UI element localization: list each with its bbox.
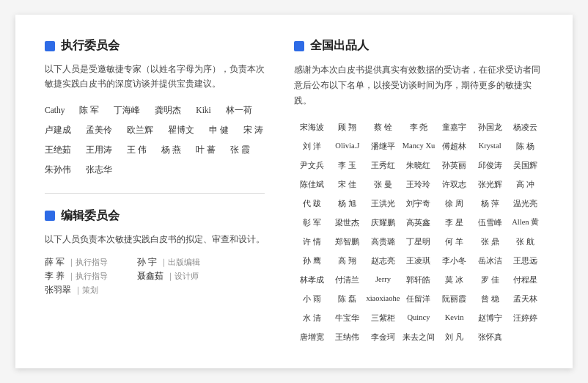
producer-name: 王洪光 bbox=[365, 195, 401, 211]
producer-name: 孟天林 bbox=[507, 291, 543, 307]
person: 欧兰辉 bbox=[127, 122, 153, 139]
producer-name: 许 情 bbox=[294, 233, 330, 249]
producers-grid: 宋海波顾 翔蔡 铨李 尧童嘉宇孙国龙杨凌云刘 洋Olivia.J潘继平Mancy… bbox=[294, 119, 543, 345]
producer-name: 张 航 bbox=[507, 233, 543, 249]
producer-name: 庆耀鹏 bbox=[365, 214, 401, 230]
person: 宋 涛 bbox=[243, 122, 263, 139]
producers-title: 全国出品人 bbox=[294, 38, 543, 54]
exec-members: Cathy 陈 军 丁海峰 龚明杰 Kiki 林一荷 卢建成 孟美伶 欧兰辉 瞿… bbox=[45, 102, 265, 178]
producer-name: 宋 佳 bbox=[330, 176, 366, 192]
edit-title-text: 编辑委员会 bbox=[61, 208, 120, 224]
producer-name: 张 鼎 bbox=[472, 233, 508, 249]
producer-name: 朱晓红 bbox=[401, 157, 437, 173]
edit-row-3: 张羽翠 ｜策划 bbox=[45, 285, 265, 296]
person-role: ｜执行指导 bbox=[67, 271, 108, 282]
producer-name: 刘 凡 bbox=[436, 329, 472, 345]
exec-row-4: 朱孙伟 张志华 bbox=[45, 161, 265, 178]
producer-name: 傅超林 bbox=[436, 138, 472, 154]
producer-name: xiaoxiaohe bbox=[365, 291, 401, 307]
producer-name: 杨 旭 bbox=[330, 195, 366, 211]
producer-name: 高英鑫 bbox=[401, 214, 437, 230]
person: 申 健 bbox=[209, 122, 229, 139]
person: 龚明杰 bbox=[155, 102, 181, 119]
producer-name: 赵博宁 bbox=[472, 310, 508, 326]
exec-title-text: 执行委员会 bbox=[61, 38, 120, 54]
exec-row-3: 王绝茹 王用涛 王 伟 杨 燕 叶 蕃 张 霞 bbox=[45, 142, 265, 158]
producer-name: 孙英丽 bbox=[436, 157, 472, 173]
producer-name: 郑智鹏 bbox=[330, 233, 366, 249]
producer-name: 吴国辉 bbox=[507, 157, 543, 173]
producer-name: 高 翔 bbox=[330, 252, 366, 269]
producer-name: 伍雪峰 bbox=[472, 214, 508, 230]
person: 瞿博文 bbox=[168, 122, 194, 139]
producer-name: 张 曼 bbox=[365, 176, 401, 192]
person-role: ｜执行指导 bbox=[67, 258, 108, 268]
person-role: ｜策划 bbox=[74, 285, 98, 296]
right-column: 全国出品人 感谢为本次白皮书提供真实有效数据的受访者，在征求受访者同意后公布以下… bbox=[294, 38, 543, 344]
person: Kiki bbox=[196, 102, 210, 119]
producer-name: 邱俊涛 bbox=[472, 157, 508, 173]
producer-name: 潘继平 bbox=[365, 138, 401, 154]
exec-desc: 以下人员是受邀敏捷专家（以姓名字母为序），负责本次敏捷实践白皮书的深度访谈并提供… bbox=[45, 62, 265, 91]
title-bar-icon-3 bbox=[294, 41, 304, 51]
producer-name: 高贵璐 bbox=[365, 233, 401, 249]
producer-name: Quincy bbox=[401, 310, 437, 326]
edit-person: 薛 军 ｜执行指导 bbox=[45, 257, 108, 268]
producer-name: 尹文兵 bbox=[294, 157, 330, 173]
producer-name: 徐 周 bbox=[436, 195, 472, 211]
producer-name: Olivia.J bbox=[330, 138, 366, 154]
person: 王绝茹 bbox=[45, 142, 71, 158]
producer-name: 水 清 bbox=[294, 310, 330, 326]
person: 丁海峰 bbox=[114, 102, 140, 119]
producer-name: Krystal bbox=[472, 138, 508, 154]
producer-name: 丁星明 bbox=[401, 233, 437, 249]
producer-name: 李金珂 bbox=[365, 329, 401, 345]
section-divider bbox=[45, 193, 265, 194]
producer-name: Mancy Xu bbox=[401, 138, 437, 154]
edit-committee-title: 编辑委员会 bbox=[45, 208, 265, 224]
producer-name: 宋海波 bbox=[294, 119, 330, 135]
edit-person: 聂鑫茹 ｜设计师 bbox=[137, 271, 199, 282]
person: 叶 蕃 bbox=[196, 142, 216, 158]
producer-name: 王玲玲 bbox=[401, 176, 437, 192]
person: 孟美伶 bbox=[86, 122, 112, 139]
producer-name: Jerry bbox=[365, 271, 401, 288]
producer-name: 何 羊 bbox=[436, 233, 472, 249]
producer-name bbox=[507, 329, 543, 345]
producer-name: 汪婷婷 bbox=[507, 310, 543, 326]
producer-name: 付程星 bbox=[507, 271, 543, 288]
producer-name: 赵志亮 bbox=[365, 252, 401, 269]
edit-desc: 以下人员负责本次敏捷实践白皮书的拟定、审查和设计。 bbox=[45, 233, 265, 247]
producer-name: 李 尧 bbox=[401, 119, 437, 135]
producer-name: 刘 洋 bbox=[294, 138, 330, 154]
producer-name: 孙国龙 bbox=[472, 119, 508, 135]
producer-name: 罗 佳 bbox=[472, 271, 508, 288]
person-name: 李 养 bbox=[45, 271, 65, 282]
edit-person: 李 养 ｜执行指导 bbox=[45, 271, 108, 282]
main-layout: 执行委员会 以下人员是受邀敏捷专家（以姓名字母为序），负责本次敏捷实践白皮书的深… bbox=[45, 38, 543, 344]
exec-row-1: Cathy 陈 军 丁海峰 龚明杰 Kiki 林一荷 bbox=[45, 102, 265, 119]
producer-name: 许双志 bbox=[436, 176, 472, 192]
producer-name: 牛宝华 bbox=[330, 310, 366, 326]
producer-name: 刘宇奇 bbox=[401, 195, 437, 211]
producer-name: 任留洋 bbox=[401, 291, 437, 307]
edit-person: 孙 宇 ｜出版编辑 bbox=[137, 257, 200, 268]
producer-name: 郭轩皓 bbox=[401, 271, 437, 288]
producer-name: 付清兰 bbox=[330, 271, 366, 288]
person: 卢建成 bbox=[45, 122, 71, 139]
producer-name: 高 冲 bbox=[507, 176, 543, 192]
producer-name: 陈 磊 bbox=[330, 291, 366, 307]
person: 杨 燕 bbox=[161, 142, 181, 158]
producer-name: 李 星 bbox=[436, 214, 472, 230]
producer-name: Allen 黄 bbox=[507, 214, 543, 230]
producer-name: 来去之间 bbox=[401, 329, 437, 345]
exec-row-2: 卢建成 孟美伶 欧兰辉 瞿博文 申 健 宋 涛 bbox=[45, 122, 265, 139]
person: 陈 军 bbox=[79, 102, 99, 119]
person-name: 聂鑫茹 bbox=[137, 271, 163, 282]
producer-name: 蔡 铨 bbox=[365, 119, 401, 135]
person: 张 霞 bbox=[230, 142, 250, 158]
edit-row-2: 李 养 ｜执行指导 聂鑫茹 ｜设计师 bbox=[45, 271, 265, 282]
title-bar-icon bbox=[45, 41, 55, 51]
title-bar-icon-2 bbox=[45, 211, 55, 221]
person: 林一荷 bbox=[226, 102, 252, 119]
